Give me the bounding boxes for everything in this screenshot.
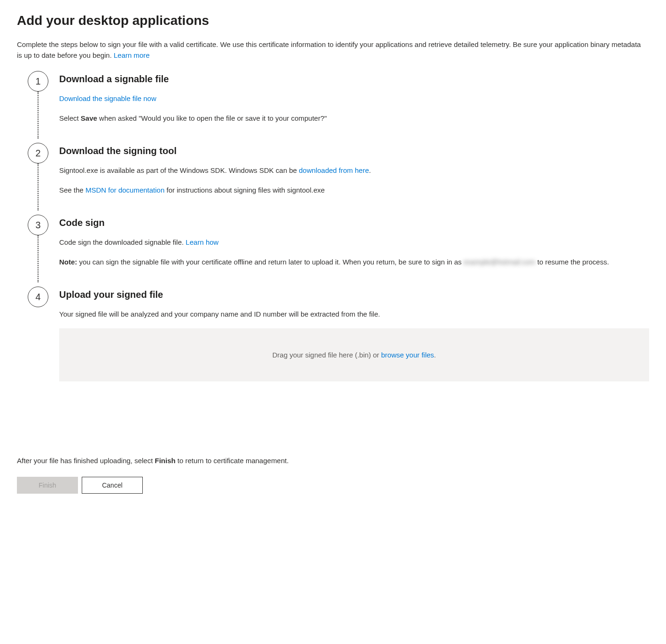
msdn-info: See the MSDN for documentation for instr… <box>59 185 649 196</box>
learn-how-link[interactable]: Learn how <box>186 238 218 246</box>
upload-description: Your signed file will be analyzed and yo… <box>59 309 649 320</box>
step-connector <box>38 235 39 282</box>
redacted-email: example@hotmail.com <box>464 258 535 266</box>
file-dropzone[interactable]: Drag your signed file here (.bin) or bro… <box>59 328 649 381</box>
steps-list: 1 Download a signable file Download the … <box>17 71 649 400</box>
step-title: Download a signable file <box>59 74 649 85</box>
code-sign-note: Note: you can sign the signable file wit… <box>59 256 649 268</box>
step-1: 1 Download a signable file Download the … <box>17 71 649 143</box>
dropzone-suffix: . <box>434 351 436 359</box>
step-number-badge: 2 <box>28 143 48 163</box>
intro-learn-more-link[interactable]: Learn more <box>114 51 150 59</box>
intro-text: Complete the steps below to sign your fi… <box>17 40 641 59</box>
step-connector <box>38 92 39 139</box>
save-instruction: Select Save when asked "Would you like t… <box>59 113 649 124</box>
note-label: Note: <box>59 258 77 266</box>
browse-files-link[interactable]: browse your files <box>381 351 434 359</box>
signtool-info: Signtool.exe is available as part of the… <box>59 165 649 176</box>
step-number-badge: 3 <box>28 215 48 235</box>
download-signable-file-link[interactable]: Download the signable file now <box>59 94 156 102</box>
windows-sdk-download-link[interactable]: downloaded from here <box>299 166 369 174</box>
step-content: Download the signing tool Signtool.exe i… <box>59 143 649 215</box>
cancel-button[interactable]: Cancel <box>82 477 143 494</box>
step-number-badge: 4 <box>28 287 48 307</box>
code-sign-instruction: Code sign the downloaded signable file. … <box>59 237 649 248</box>
step-2: 2 Download the signing tool Signtool.exe… <box>17 143 649 215</box>
step-3: 3 Code sign Code sign the downloaded sig… <box>17 215 649 287</box>
step-indicator-col: 1 <box>17 71 59 139</box>
step-indicator-col: 4 <box>17 287 59 307</box>
finish-button: Finish <box>17 477 78 494</box>
step-content: Upload your signed file Your signed file… <box>59 287 649 400</box>
step-content: Download a signable file Download the si… <box>59 71 649 143</box>
step-number-badge: 1 <box>28 71 48 92</box>
step-connector <box>38 163 39 210</box>
save-keyword: Save <box>81 114 97 122</box>
intro-paragraph: Complete the steps below to sign your fi… <box>17 39 646 61</box>
step-4: 4 Upload your signed file Your signed fi… <box>17 287 649 400</box>
finish-keyword: Finish <box>155 457 176 465</box>
dropzone-text: Drag your signed file here (.bin) or <box>272 351 381 359</box>
step-title: Download the signing tool <box>59 146 649 156</box>
step-indicator-col: 2 <box>17 143 59 210</box>
footer-instruction: After your file has finished uploading, … <box>17 457 649 465</box>
step-indicator-col: 3 <box>17 215 59 282</box>
page-title: Add your desktop applications <box>17 13 649 28</box>
step-title: Upload your signed file <box>59 289 649 300</box>
button-row: Finish Cancel <box>17 477 649 494</box>
step-title: Code sign <box>59 217 649 228</box>
msdn-documentation-link[interactable]: MSDN for documentation <box>85 186 164 194</box>
step-content: Code sign Code sign the downloaded signa… <box>59 215 649 287</box>
